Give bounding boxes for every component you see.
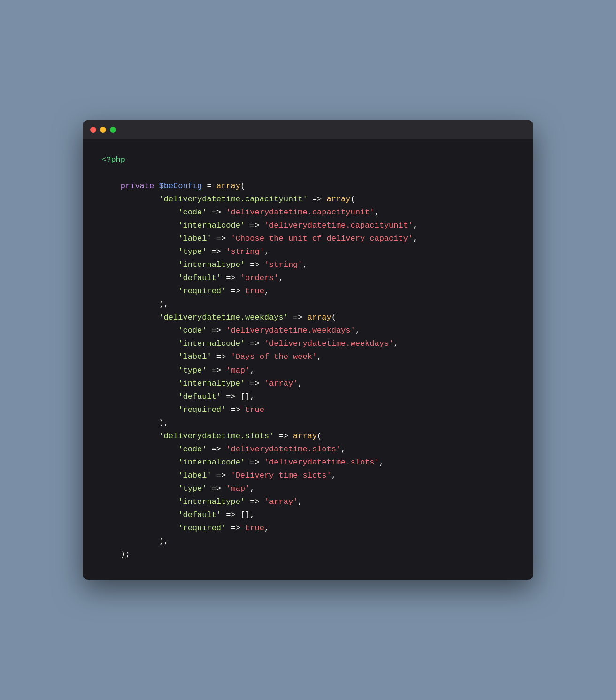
code-line-17: 'type' => 'map', xyxy=(101,364,515,377)
code-line-5: 'code' => 'deliverydatetime.capacityunit… xyxy=(101,206,515,219)
code-line-3: private $beConfig = array( xyxy=(101,180,515,193)
code-line-14: 'code' => 'deliverydatetime.weekdays', xyxy=(101,324,515,337)
code-line-26: 'type' => 'map', xyxy=(101,482,515,495)
code-line-10: 'default' => 'orders', xyxy=(101,272,515,285)
code-line-4: 'deliverydatetime.capacityunit' => array… xyxy=(101,193,515,206)
code-line-25: 'label' => 'Delivery time slots', xyxy=(101,469,515,482)
code-line-21: ), xyxy=(101,417,515,430)
close-button[interactable] xyxy=(90,127,96,133)
code-line-12: ), xyxy=(101,298,515,311)
code-line-22: 'deliverydatetime.slots' => array( xyxy=(101,430,515,443)
code-line-19: 'default' => [], xyxy=(101,390,515,403)
code-line-27: 'internaltype' => 'array', xyxy=(101,495,515,509)
code-content: <?php private $beConfig = array( 'delive… xyxy=(83,139,533,580)
code-line-31: ); xyxy=(101,548,515,561)
code-line-15: 'internalcode' => 'deliverydatetime.week… xyxy=(101,337,515,350)
code-line-7: 'label' => 'Choose the unit of delivery … xyxy=(101,232,515,245)
code-line-30: ), xyxy=(101,535,515,548)
code-line-23: 'code' => 'deliverydatetime.slots', xyxy=(101,443,515,456)
code-line-16: 'label' => 'Days of the week', xyxy=(101,350,515,364)
code-line-13: 'deliverydatetime.weekdays' => array( xyxy=(101,311,515,324)
titlebar xyxy=(83,120,533,139)
code-line-18: 'internaltype' => 'array', xyxy=(101,377,515,390)
code-line-29: 'required' => true, xyxy=(101,522,515,535)
code-editor-window: <?php private $beConfig = array( 'delive… xyxy=(83,120,533,580)
minimize-button[interactable] xyxy=(100,127,106,133)
code-line-24: 'internalcode' => 'deliverydatetime.slot… xyxy=(101,456,515,469)
code-line-1: <?php xyxy=(101,153,515,167)
maximize-button[interactable] xyxy=(110,127,116,133)
code-line-8: 'type' => 'string', xyxy=(101,245,515,259)
code-line-11: 'required' => true, xyxy=(101,285,515,298)
code-line-blank xyxy=(101,167,515,180)
code-line-20: 'required' => true xyxy=(101,403,515,417)
code-line-9: 'internaltype' => 'string', xyxy=(101,259,515,272)
code-line-28: 'default' => [], xyxy=(101,509,515,522)
code-line-6: 'internalcode' => 'deliverydatetime.capa… xyxy=(101,219,515,232)
